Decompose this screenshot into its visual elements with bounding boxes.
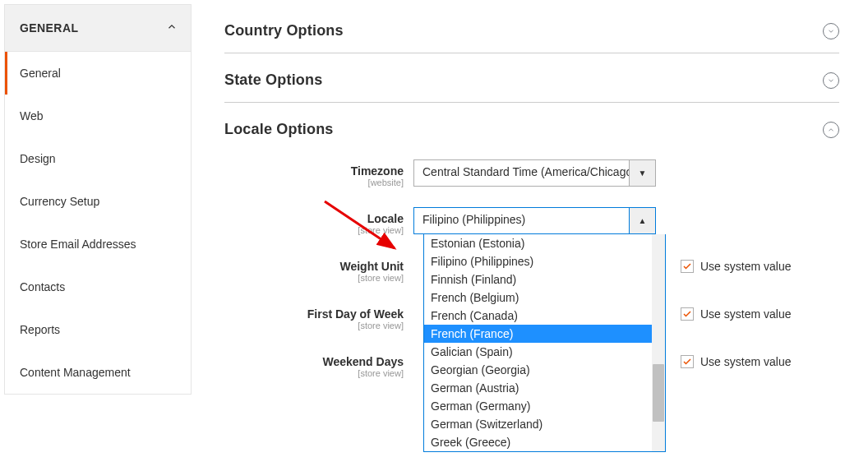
scope-label: [store view] [224, 225, 404, 235]
main-content: Country Options State Options Locale Opt… [192, 4, 864, 398]
sidebar-items: GeneralWebDesignCurrency SetupStore Emai… [4, 52, 192, 395]
use-system-label: Use system value [700, 307, 791, 321]
dropdown-scrollbar[interactable] [652, 234, 665, 451]
field-label: Weekend Days [224, 355, 404, 368]
locale-option[interactable]: French (Canada) [424, 307, 652, 325]
section-title: State Options [224, 72, 322, 89]
scope-label: [website] [224, 178, 404, 187]
locale-option[interactable]: Estonian (Estonia) [424, 234, 652, 252]
sidebar-item-store-email-addresses[interactable]: Store Email Addresses [5, 223, 191, 266]
locale-select[interactable]: Filipino (Philippines) ▲ [413, 207, 656, 234]
use-system-label: Use system value [700, 355, 791, 368]
timezone-select[interactable]: Central Standard Time (America/Chicago) … [413, 159, 656, 187]
use-system-checkbox[interactable] [681, 355, 694, 368]
field-label: Weight Unit [224, 260, 404, 273]
caret-up-icon: ▲ [629, 208, 655, 233]
locale-dropdown: Estonian (Estonia)Filipino (Philippines)… [423, 234, 666, 452]
locale-option[interactable]: German (Switzerland) [424, 415, 652, 433]
sidebar-group-label: GENERAL [20, 21, 78, 35]
sidebar-item-design[interactable]: Design [5, 137, 191, 180]
config-sidebar: GENERAL GeneralWebDesignCurrency SetupSt… [4, 4, 192, 398]
sidebar-item-web[interactable]: Web [5, 95, 191, 137]
section-locale-options[interactable]: Locale Options [224, 103, 839, 151]
field-label: Locale [224, 212, 404, 225]
locale-option[interactable]: German (Germany) [424, 397, 652, 415]
scope-label: [store view] [224, 368, 404, 378]
use-system-checkbox[interactable] [681, 307, 694, 321]
section-state-options[interactable]: State Options [224, 53, 839, 103]
chevron-up-icon [166, 21, 178, 35]
scope-label: [store view] [224, 273, 404, 283]
locale-option[interactable]: Galician (Spain) [424, 343, 652, 361]
locale-options-body: Timezone [website] Central Standard Time… [224, 151, 839, 378]
chevron-down-icon [823, 72, 839, 89]
select-value: Central Standard Time (America/Chicago) [414, 160, 629, 186]
locale-option[interactable]: German (Austria) [424, 379, 652, 397]
locale-option-list: Estonian (Estonia)Filipino (Philippines)… [424, 234, 652, 451]
field-label: Timezone [224, 164, 404, 178]
section-title: Locale Options [224, 121, 334, 138]
row-timezone: Timezone [website] Central Standard Time… [224, 159, 839, 187]
locale-option[interactable]: Finnish (Finland) [424, 270, 652, 289]
sidebar-item-contacts[interactable]: Contacts [5, 266, 191, 308]
use-system-checkbox[interactable] [681, 260, 694, 273]
section-country-options[interactable]: Country Options [224, 4, 839, 53]
field-label: First Day of Week [224, 307, 404, 321]
section-title: Country Options [224, 22, 344, 39]
scrollbar-thumb[interactable] [653, 364, 664, 422]
row-locale: Locale [store view] Filipino (Philippine… [224, 207, 839, 235]
locale-option[interactable]: Greek (Greece) [424, 433, 652, 451]
sidebar-item-general[interactable]: General [5, 52, 191, 95]
caret-down-icon: ▼ [629, 160, 655, 186]
chevron-up-icon [823, 122, 839, 138]
locale-option[interactable]: French (France) [424, 325, 652, 343]
locale-option[interactable]: Filipino (Philippines) [424, 252, 652, 270]
chevron-down-icon [823, 23, 839, 39]
use-system-label: Use system value [700, 260, 791, 273]
scope-label: [store view] [224, 321, 404, 330]
locale-option[interactable]: Georgian (Georgia) [424, 361, 652, 379]
sidebar-group-general[interactable]: GENERAL [4, 4, 192, 52]
sidebar-item-content-management[interactable]: Content Management [5, 351, 191, 394]
sidebar-item-currency-setup[interactable]: Currency Setup [5, 180, 191, 223]
locale-option[interactable]: French (Belgium) [424, 289, 652, 307]
select-value: Filipino (Philippines) [414, 208, 629, 233]
sidebar-item-reports[interactable]: Reports [5, 308, 191, 351]
